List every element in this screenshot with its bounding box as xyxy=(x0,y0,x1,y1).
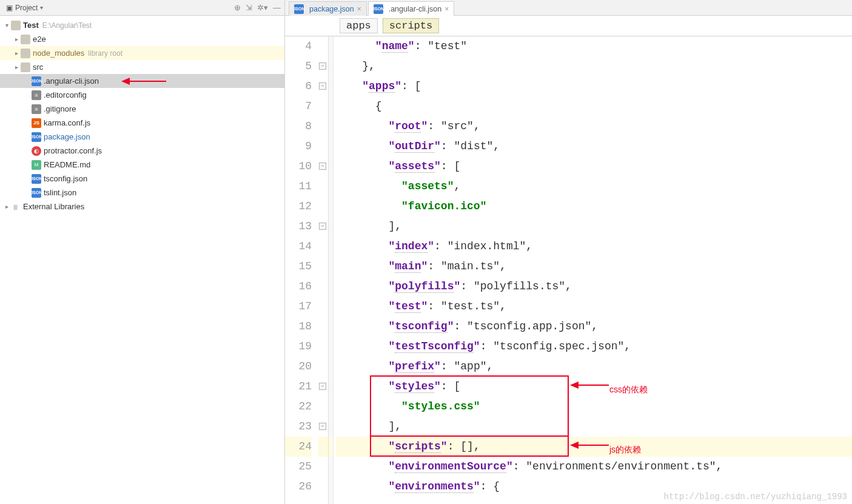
library-icon xyxy=(11,202,21,212)
tree-item-label: karma.conf.js xyxy=(44,118,90,127)
tree-item[interactable]: node_moduleslibrary root xyxy=(0,46,284,60)
tree-item[interactable]: src xyxy=(0,60,284,74)
close-icon[interactable]: × xyxy=(357,5,361,13)
code-line[interactable]: "apps": [ xyxy=(336,76,852,96)
project-panel: ▣ Project ▾ ⊕ ⇲ ✲▾ — Test E:\Angular\Tes… xyxy=(0,0,285,504)
line-number: 15 xyxy=(285,257,312,277)
breadcrumb-item[interactable]: scripts xyxy=(383,18,439,33)
line-number: 26 xyxy=(285,477,312,497)
tree-item-label: .angular-cli.json xyxy=(44,76,99,86)
code-line[interactable]: }, xyxy=(336,56,852,76)
tree-item-label: tsconfig.json xyxy=(44,174,87,183)
gutter-bar xyxy=(329,36,334,504)
tree-root-label: Test xyxy=(23,21,39,30)
project-title: Project xyxy=(15,4,38,12)
tree-external-libraries[interactable]: External Libraries xyxy=(0,200,284,213)
tree-item[interactable]: package.json xyxy=(0,130,284,144)
line-number: 11 xyxy=(285,176,312,197)
fold-toggle-icon[interactable]: − xyxy=(319,383,326,390)
project-panel-header: ▣ Project ▾ ⊕ ⇲ ✲▾ — xyxy=(0,0,284,16)
line-number: 16 xyxy=(285,277,312,297)
code-line[interactable]: "polyfills": "polyfills.ts", xyxy=(336,277,852,297)
code-line[interactable]: "prefix": "app", xyxy=(336,357,852,377)
code-line[interactable]: "assets": [ xyxy=(336,156,852,176)
project-view-selector[interactable]: ▣ Project ▾ xyxy=(2,2,47,13)
expand-arrow-icon[interactable] xyxy=(12,50,21,56)
code-line[interactable]: "root": "src", xyxy=(336,116,852,136)
line-number: 4 xyxy=(285,36,312,56)
project-tree[interactable]: Test E:\Angular\Test e2enode_moduleslibr… xyxy=(0,16,284,216)
line-number: 23 xyxy=(285,417,312,437)
tree-item[interactable]: README.md xyxy=(0,158,284,172)
code-line[interactable]: "environments": { xyxy=(336,477,852,497)
expand-arrow-icon[interactable] xyxy=(12,64,21,70)
code-line[interactable]: "index": "index.html", xyxy=(336,237,852,257)
code-line[interactable]: "name": "test" xyxy=(336,36,852,56)
fold-toggle-icon[interactable]: − xyxy=(319,223,326,230)
tree-item[interactable]: karma.conf.js xyxy=(0,116,284,130)
editor-tab[interactable]: package.json× xyxy=(289,1,367,16)
json-icon xyxy=(32,174,41,184)
line-number: 25 xyxy=(285,457,312,477)
fold-toggle-icon[interactable]: − xyxy=(319,423,326,430)
tree-item[interactable]: tsconfig.json xyxy=(0,172,284,186)
tab-label: .angular-cli.json xyxy=(389,5,442,13)
fold-toggle-icon[interactable]: − xyxy=(319,62,326,70)
locate-icon[interactable]: ⊕ xyxy=(234,3,241,12)
code-line[interactable]: "favicon.ico" xyxy=(336,197,852,217)
line-number: 6 xyxy=(285,76,312,96)
close-icon[interactable]: × xyxy=(444,5,449,13)
expand-arrow-icon[interactable] xyxy=(12,36,21,42)
tree-item-hint: library root xyxy=(88,49,122,58)
fold-toggle-icon[interactable]: − xyxy=(319,163,326,170)
code-line[interactable]: ], xyxy=(336,417,852,437)
code-line[interactable]: "scripts": [], xyxy=(336,437,852,457)
hide-panel-icon[interactable]: — xyxy=(273,3,281,12)
editor-tab[interactable]: .angular-cli.json× xyxy=(368,1,455,16)
code-line[interactable]: "tsconfig": "tsconfig.app.json", xyxy=(336,317,852,337)
tree-item-label: e2e xyxy=(33,35,46,44)
line-number: 7 xyxy=(285,96,312,116)
breadcrumb-item[interactable]: apps xyxy=(340,18,378,33)
expand-arrow-icon[interactable] xyxy=(2,22,11,29)
line-number: 8 xyxy=(285,116,312,136)
code-line[interactable]: "testTsconfig": "tsconfig.spec.json", xyxy=(336,337,852,357)
line-number: 10 xyxy=(285,156,312,176)
code-editor[interactable]: 4567891011121314151617181920212223242526… xyxy=(285,36,852,504)
gear-icon[interactable]: ✲▾ xyxy=(257,3,268,12)
folder-icon xyxy=(11,21,21,30)
code-line[interactable]: "outDir": "dist", xyxy=(336,136,852,156)
breadcrumbs: appsscripts xyxy=(285,16,852,36)
json-icon xyxy=(32,132,41,142)
code-line[interactable]: "assets", xyxy=(336,176,852,197)
line-number: 5 xyxy=(285,56,312,76)
tree-root[interactable]: Test E:\Angular\Test xyxy=(0,18,284,32)
line-number: 18 xyxy=(285,317,312,337)
line-number: 24 xyxy=(285,437,312,457)
fold-gutter[interactable]: −−−−−− xyxy=(318,36,329,504)
json-icon xyxy=(294,4,304,14)
tree-item[interactable]: .gitignore xyxy=(0,102,284,116)
code-line[interactable]: "main": "main.ts", xyxy=(336,257,852,277)
tree-item[interactable]: tslint.json xyxy=(0,186,284,200)
expand-arrow-icon[interactable] xyxy=(2,203,11,210)
tree-item[interactable]: e2e xyxy=(0,32,284,46)
tree-root-path: E:\Angular\Test xyxy=(42,21,92,30)
code-line[interactable]: "styles": [ xyxy=(336,377,852,397)
code-line[interactable]: "test": "test.ts", xyxy=(336,297,852,317)
line-number: 19 xyxy=(285,337,312,357)
code-line[interactable]: "styles.css" xyxy=(336,397,852,417)
code-line[interactable]: "environmentSource": "environments/envir… xyxy=(336,457,852,477)
code-content[interactable]: "name": "test" }, "apps": [ { "root": "s… xyxy=(334,36,852,504)
line-number: 17 xyxy=(285,297,312,317)
tree-item[interactable]: .editorconfig xyxy=(0,88,284,102)
folder-icon xyxy=(21,62,30,72)
tree-item[interactable]: protractor.conf.js xyxy=(0,144,284,158)
line-number: 21 xyxy=(285,377,312,397)
fold-toggle-icon[interactable]: − xyxy=(319,82,326,90)
code-line[interactable]: { xyxy=(336,96,852,116)
code-line[interactable]: ], xyxy=(336,217,852,237)
editor-tabs: package.json×.angular-cli.json× xyxy=(285,0,852,16)
collapse-all-icon[interactable]: ⇲ xyxy=(246,3,252,12)
tree-item[interactable]: .angular-cli.json xyxy=(0,74,284,88)
